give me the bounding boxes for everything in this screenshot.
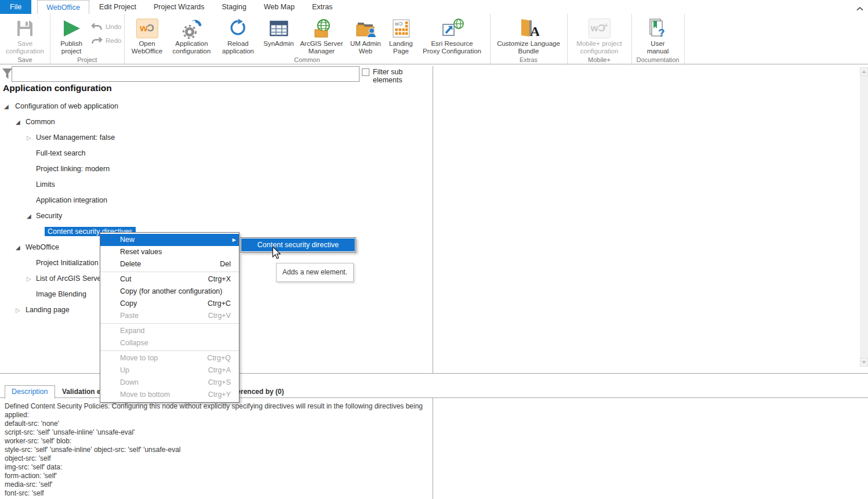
vertical-splitter-top[interactable] (433, 66, 433, 373)
folder-a-icon: A (518, 19, 539, 38)
ribbon-group-project: PublishprojectUndoRedoProject (50, 14, 125, 64)
svg-text:A: A (530, 24, 539, 38)
tree-item-label: Project Initialization (36, 259, 99, 267)
tab-web-map[interactable]: Web Map (255, 0, 303, 14)
submenu-item-content-security-directive[interactable]: Content security directive (241, 238, 355, 251)
application-configuration-button[interactable]: Applicationconfiguration (168, 15, 216, 55)
landing-page-button[interactable]: wƆLandingPage (386, 15, 417, 55)
menu-item-label: New (120, 236, 135, 244)
menu-item-cut[interactable]: CutCtrg+X (100, 273, 239, 285)
vertical-splitter-bottom[interactable] (433, 398, 433, 499)
menu-item-shortcut: Ctrg+Q (207, 352, 231, 364)
customize-language-bundle-button[interactable]: ACustomize LanguageBundle (493, 15, 565, 55)
tree-expand-icon[interactable]: ▷ (16, 306, 20, 314)
tree-collapse-icon[interactable]: ◢ (27, 212, 31, 220)
menu-item-collapse: Collapse (100, 337, 239, 349)
play-icon (61, 19, 82, 38)
tree-item-user-management-false[interactable]: ▷User Management: false (0, 131, 429, 146)
menu-separator (100, 350, 239, 351)
esri-resource-proxy-configuration-button[interactable]: Esri ResourceProxy Configuration (417, 15, 488, 55)
menu-item-move-to-bottom: Move to bottomCtrg+Y (100, 389, 239, 401)
tree-item-limits[interactable]: Limits (0, 178, 429, 193)
arcgis-server-manager-label: ArcGIS ServerManager (300, 40, 343, 55)
tab-file[interactable]: File (0, 0, 31, 14)
tree-item-full-text-search[interactable]: Full-text search (0, 146, 429, 162)
menu-item-copy[interactable]: CopyCtrg+C (100, 298, 239, 310)
scroll-up-button[interactable] (860, 67, 868, 76)
landing-page-label: LandingPage (389, 40, 413, 55)
tree-collapse-icon[interactable]: ◢ (16, 118, 20, 126)
manual-icon: ? (648, 19, 668, 38)
menu-item-expand: Expand (100, 325, 239, 337)
reload-application-button[interactable]: Reloadapplication (216, 15, 260, 55)
filter-sub-elements-checkbox[interactable] (362, 68, 369, 76)
ribbon-tab-strip: FileWebOfficeEdit ProjectProject Wizards… (0, 0, 868, 14)
save-configuration-label: Saveconfiguration (6, 40, 44, 55)
menu-item-label: Collapse (120, 339, 148, 347)
reload-application-label: Reloadapplication (222, 40, 254, 55)
redo-button: Redo (91, 36, 122, 45)
tree-item-configuration-of-web-application[interactable]: ◢Configuration of web application (0, 99, 429, 115)
tab-weboffice[interactable]: WebOffice (37, 0, 89, 14)
submenu-arrow-icon: ▶ (233, 234, 236, 246)
menu-item-shortcut: Ctrg+S (208, 377, 231, 389)
tree-item-common[interactable]: ◢Common (0, 115, 429, 131)
tree-item-application-integration[interactable]: Application integration (0, 193, 429, 209)
tree-expand-icon[interactable]: ▷ (27, 275, 31, 283)
open-weboffice-button[interactable]: wƆOpenWebOffice (127, 15, 168, 55)
tree-item-label: Application integration (36, 196, 107, 204)
description-line: img-src: 'self' data: (5, 463, 430, 472)
main-scrollbar[interactable] (860, 67, 868, 367)
menu-item-shortcut: Ctrg+C (208, 298, 231, 310)
description-line: form-action: 'self' (5, 472, 430, 480)
tab-extras[interactable]: Extras (303, 0, 341, 14)
tab-staging[interactable]: Staging (213, 0, 255, 14)
menu-item-label: Paste (120, 312, 139, 320)
synadmin-button[interactable]: SynAdmin (260, 15, 297, 48)
menu-item-reset-values[interactable]: Reset values (100, 246, 239, 258)
description-line: applied: (5, 411, 430, 420)
tree-collapse-icon[interactable]: ◢ (16, 244, 20, 252)
folder-user-icon (355, 19, 376, 38)
user-manual-button[interactable]: ?Usermanual (634, 15, 682, 55)
menu-item-label: Down (120, 378, 139, 386)
tree-item-project-linking-modern[interactable]: Project linking: modern (0, 162, 429, 178)
filter-sub-elements-label: Filter sub elements (373, 68, 433, 84)
menu-item-label: Move to bottom (120, 390, 170, 399)
context-menu: New▶Reset valuesDeleteDelCutCtrg+XCopy (… (100, 232, 239, 403)
redo-icon (91, 36, 103, 45)
menu-item-new[interactable]: New▶ (100, 234, 239, 246)
tree-item-label: List of ArcGIS Server p (36, 274, 110, 283)
tree-expand-icon[interactable]: ▷ (27, 134, 31, 142)
ribbon-group-mobileplus: wƆ+Mobile+ projectconfigurationMobile+ (568, 14, 632, 64)
redo-label: Redo (106, 37, 122, 44)
menu-item-copy-for-another-configuration[interactable]: Copy (for another configuration) (100, 285, 239, 298)
menu-item-delete[interactable]: DeleteDel (100, 258, 239, 270)
ribbon-group-label: Documentation (632, 56, 684, 63)
tree-item-label: Image Blending (36, 290, 86, 298)
menu-item-label: Cut (120, 275, 131, 283)
tab-project-wizards[interactable]: Project Wizards (145, 0, 213, 14)
menu-item-shortcut: Ctrg+Y (208, 389, 231, 401)
scroll-down-button[interactable] (860, 358, 868, 367)
menu-item-up: UpCtrg+A (100, 364, 239, 377)
bottom-tab-description[interactable]: Description (5, 385, 55, 399)
tab-edit-project[interactable]: Edit Project (90, 0, 145, 14)
filter-input[interactable] (12, 66, 359, 82)
um-admin-web-button[interactable]: UM AdminWeb (346, 15, 386, 55)
tree-item-label: Full-text search (36, 149, 85, 157)
arcgis-server-manager-button[interactable]: ArcGIS ServerManager (297, 15, 346, 55)
menu-item-label: Up (120, 366, 129, 374)
tree-collapse-icon[interactable]: ◢ (4, 103, 9, 111)
publish-project-button[interactable]: Publishproject (53, 15, 90, 55)
chevron-up-icon[interactable] (856, 3, 863, 13)
reload-icon (228, 19, 248, 38)
mouse-cursor (271, 246, 281, 262)
ribbon-group-label: Mobile+ (568, 56, 631, 63)
tooltip-text: Adds a new element. (282, 268, 347, 276)
menu-item-label: Move to top (120, 354, 158, 362)
ribbon-group-label: Extras (491, 56, 567, 63)
tree-item-security[interactable]: ◢Security (0, 209, 429, 225)
description-line: script-src: 'self' 'unsafe-inline' 'unsa… (5, 428, 430, 437)
menu-item-down: DownCtrg+S (100, 377, 239, 389)
